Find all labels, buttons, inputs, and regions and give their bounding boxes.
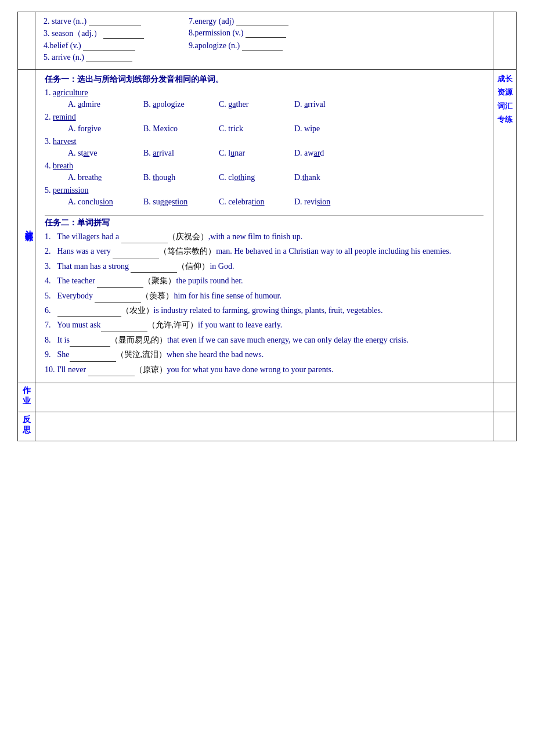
- word-item-8: 8.permission (v.): [189, 28, 316, 39]
- fill-item-9: 9. She（哭泣,流泪）when she heard the bad news…: [45, 348, 484, 361]
- fill-item-8: 8. It is（显而易见的）that even if we can save …: [45, 334, 484, 347]
- choices-row-1: A. admire B. apologize C. gather D. arri…: [68, 100, 484, 109]
- choice-5b: B. suggestion: [143, 197, 201, 207]
- choice-4a: A. breathe: [68, 173, 126, 182]
- phonetics-item-2: 2. remind: [45, 113, 484, 122]
- blank-7: [236, 18, 288, 26]
- fill-item-3: 3. That man has a strong （信仰）in God.: [45, 260, 484, 273]
- choice-1c: C. gather: [219, 100, 277, 109]
- reflect-right: [493, 412, 517, 441]
- fill-num-2: 2.: [45, 245, 55, 258]
- fill-num-4: 4.: [45, 275, 55, 287]
- choice-3a: A. starve: [68, 149, 126, 158]
- choice-1b: B. apologize: [143, 100, 201, 109]
- word-forms-cell: 2. starve (n..) 7.energy (adj) 3. season…: [35, 12, 493, 70]
- choices-row-3: A. starve B. arrival C. lunar D. award: [68, 149, 484, 158]
- item-num-5: 5.: [45, 186, 51, 195]
- choice-5c: C. celebration: [219, 197, 277, 207]
- phonetics-item-4: 4. breath: [45, 161, 484, 171]
- homework-content: [35, 383, 493, 412]
- reflect-label: 反思: [23, 415, 31, 434]
- fill-num-10: 10.: [45, 363, 55, 376]
- choice-1d: D. arrival: [294, 100, 352, 109]
- fill-blank-6: [57, 309, 121, 317]
- da-biao-xun-lian-label: 达标训练: [18, 70, 35, 383]
- choice-2a: A. forgive: [68, 124, 126, 134]
- choice-5d: D. revision: [294, 197, 352, 207]
- fill-blank-7: [101, 324, 147, 332]
- choice-2b: B. Mexico: [143, 124, 201, 134]
- word-item-7: 7.energy (adj): [189, 17, 316, 26]
- item-num-2: 2.: [45, 113, 51, 121]
- right-label-cell: 成长资源 词汇专练: [493, 70, 517, 383]
- fill-num-3: 3.: [45, 260, 55, 273]
- fill-blank-10: [88, 368, 135, 376]
- fill-blank-5: [95, 294, 141, 303]
- phonetics-item-5: 5. permission: [45, 186, 484, 195]
- fill-item-7: 7. You must ask（允许,许可）if you want to lea…: [45, 319, 484, 332]
- fill-num-8: 8.: [45, 334, 55, 347]
- choice-5a: A. conclusion: [68, 197, 126, 207]
- right-label-bottom: 词汇专练: [495, 99, 515, 127]
- word-harvest: harvest: [53, 137, 76, 146]
- choice-4d: D.thank: [294, 173, 352, 182]
- phonetics-item-3: 3. harvest: [45, 137, 484, 146]
- blank-5: [86, 54, 132, 62]
- fill-num-1: 1.: [45, 231, 55, 243]
- fill-num-9: 9.: [45, 348, 55, 361]
- fill-item-1: 1. The villagers had a （庆祝会）,with a new …: [45, 231, 484, 243]
- task2-section: 任务二：单词拼写 1. The villagers had a （庆祝会）,wi…: [40, 213, 488, 380]
- blank-9: [242, 42, 283, 51]
- reflect-label-cell: 反思: [18, 412, 35, 441]
- word-breath: breath: [53, 161, 73, 170]
- fill-num-5: 5.: [45, 290, 55, 303]
- blank-3: [103, 31, 144, 39]
- fill-blank-3: [131, 265, 177, 273]
- blank-4: [83, 42, 135, 51]
- task1-section: 任务一：选出与所给词划线部分发音相同的单词。 1. agriculture A.…: [40, 72, 488, 213]
- word-item-4: 4.belief (v.): [44, 41, 171, 51]
- word-item-5: 5. arrive (n.): [44, 53, 171, 62]
- blank-2: [89, 18, 141, 26]
- task1-title: 任务一：选出与所给词划线部分发音相同的单词。: [45, 74, 484, 85]
- word-agriculture: agriculture: [53, 88, 88, 97]
- fill-blank-9: [70, 354, 116, 362]
- choice-4b: B. though: [143, 173, 201, 182]
- choices-row-5: A. conclusion B. suggestion C. celebrati…: [68, 197, 484, 207]
- word-forms-section: 2. starve (n..) 7.energy (adj) 3. season…: [39, 15, 489, 67]
- fill-item-4: 4. The teacher （聚集）the pupils round her.: [45, 275, 484, 287]
- item-num-3: 3.: [45, 137, 51, 146]
- choice-3b: B. arrival: [143, 149, 201, 158]
- fill-item-5: 5. Everybody （羡慕）him for his fine sense …: [45, 290, 484, 303]
- fill-blank-8: [70, 339, 110, 347]
- fill-blank-1: [121, 235, 168, 243]
- vertical-label: 达标训练: [23, 73, 34, 379]
- homework-right: [493, 383, 517, 412]
- homework-label: 作业: [23, 386, 31, 405]
- choice-4c: C. clothing: [219, 173, 277, 182]
- choice-3d: D. award: [294, 149, 352, 158]
- choice-2c: C. trick: [219, 124, 277, 134]
- fill-num-7: 7.: [45, 319, 55, 332]
- word-permission: permission: [53, 186, 88, 195]
- choice-2d: D. wipe: [294, 124, 352, 134]
- phonetics-item-1: 1. agriculture: [45, 88, 484, 98]
- word-item-2: 2. starve (n..): [44, 17, 171, 26]
- task2-title: 任务二：单词拼写: [45, 215, 484, 228]
- fill-blank-2: [113, 250, 159, 258]
- homework-label-cell: 作业: [18, 383, 35, 412]
- word-item-9: 9.apologize (n.): [189, 41, 316, 51]
- item-num-1: 1.: [45, 88, 53, 97]
- word-remind: remind: [53, 113, 76, 121]
- right-label-top: 成长资源: [495, 72, 515, 99]
- reflect-content: [35, 412, 493, 441]
- choice-3c: C. lunar: [219, 149, 277, 158]
- fill-num-6: 6.: [45, 304, 55, 317]
- item-num-4: 4.: [45, 161, 51, 170]
- choice-1a: A. admire: [68, 100, 126, 109]
- fill-item-6: 6. （农业）is industry related to farming, g…: [45, 304, 484, 317]
- main-content-cell: 任务一：选出与所给词划线部分发音相同的单词。 1. agriculture A.…: [35, 70, 493, 383]
- choices-row-4: A. breathe B. though C. clothing D.thank: [68, 173, 484, 182]
- choices-row-2: A. forgive B. Mexico C. trick D. wipe: [68, 124, 484, 134]
- blank-8: [246, 30, 286, 38]
